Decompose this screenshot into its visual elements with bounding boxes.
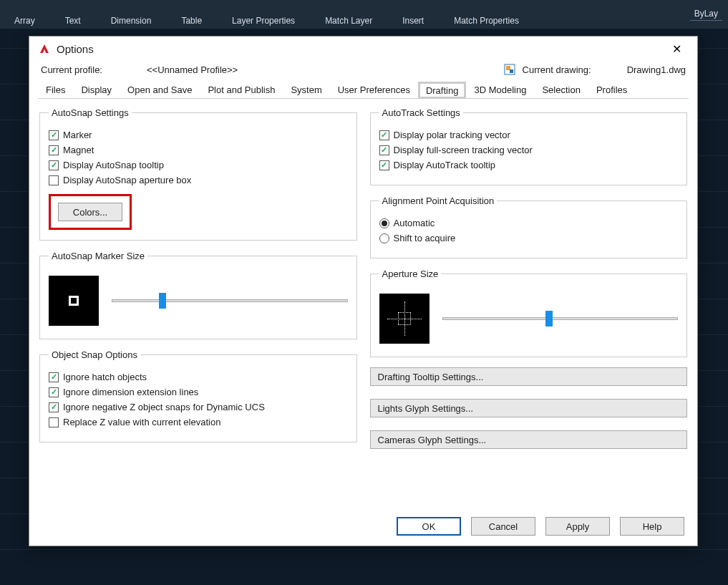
legend-autotrack: AutoTrack Settings xyxy=(379,107,463,118)
checkbox-fullscreen-vector[interactable] xyxy=(379,145,389,155)
ribbon-table: Table xyxy=(181,16,202,26)
checkbox-ignore-neg-z[interactable] xyxy=(49,402,59,412)
marker-size-slider[interactable] xyxy=(112,294,348,308)
current-profile-value: <<Unnamed Profile>> xyxy=(147,64,238,75)
label-polar-vector: Display polar tracking vector xyxy=(394,130,510,140)
label-autosnap-tooltip: Display AutoSnap tooltip xyxy=(63,160,164,170)
group-object-snap-options: Object Snap Options Ignore hatch objects… xyxy=(39,349,357,443)
ribbon-layer-properties: Layer Properties xyxy=(232,16,295,26)
label-shift-to-acquire: Shift to acquire xyxy=(394,233,456,243)
current-drawing-label: Current drawing: xyxy=(523,64,591,75)
tab-content: AutoSnap Settings Marker Magnet Display … xyxy=(29,99,697,462)
marker-square-icon xyxy=(69,296,79,306)
tab-plot-and-publish[interactable]: Plot and Publish xyxy=(200,81,283,98)
group-autosnap-settings: AutoSnap Settings Marker Magnet Display … xyxy=(39,107,357,241)
aperture-preview xyxy=(379,294,429,344)
cancel-button[interactable]: Cancel xyxy=(471,517,535,536)
checkbox-replace-z[interactable] xyxy=(49,417,59,427)
aperture-size-slider[interactable] xyxy=(442,311,679,326)
tab-open-and-save[interactable]: Open and Save xyxy=(120,81,200,98)
checkbox-autotrack-tooltip[interactable] xyxy=(379,160,389,170)
group-autotrack-settings: AutoTrack Settings Display polar trackin… xyxy=(370,107,688,185)
ribbon-insert: Insert xyxy=(402,16,424,26)
legend-osnap: Object Snap Options xyxy=(49,349,140,360)
svg-rect-3 xyxy=(510,69,513,73)
cameras-glyph-settings-button[interactable]: Cameras Glyph Settings... xyxy=(370,430,688,449)
current-profile-label: Current profile: xyxy=(41,64,102,75)
label-magnet: Magnet xyxy=(63,145,94,155)
titlebar: Options ✕ xyxy=(29,37,697,61)
aperture-crosshair-icon xyxy=(387,301,422,336)
label-autotrack-tooltip: Display AutoTrack tooltip xyxy=(394,160,496,170)
marker-preview xyxy=(49,276,99,326)
group-aperture-size: Aperture Size xyxy=(370,269,688,357)
label-fullscreen-vector: Display full-screen tracking vector xyxy=(394,145,533,155)
checkbox-ignore-hatch[interactable] xyxy=(49,372,59,382)
close-button[interactable]: ✕ xyxy=(664,38,689,59)
label-automatic: Automatic xyxy=(394,218,435,228)
tabs: Files Display Open and Save Plot and Pub… xyxy=(38,81,689,99)
ribbon-dimension: Dimension xyxy=(111,16,152,26)
ribbon-text: Text xyxy=(65,16,81,26)
checkbox-polar-vector[interactable] xyxy=(379,130,389,140)
tab-system[interactable]: System xyxy=(283,81,329,98)
tab-display[interactable]: Display xyxy=(73,81,120,98)
label-aperture-box: Display AutoSnap aperture box xyxy=(63,175,191,185)
legend-alignment: Alignment Point Acquisition xyxy=(379,195,498,206)
label-ignore-neg-z: Ignore negative Z object snaps for Dynam… xyxy=(63,402,265,412)
drafting-tooltip-settings-button[interactable]: Drafting Tooltip Settings... xyxy=(370,367,688,386)
group-alignment-point: Alignment Point Acquisition Automatic Sh… xyxy=(370,195,688,258)
radio-shift-to-acquire[interactable] xyxy=(379,233,389,243)
legend-aperture-size: Aperture Size xyxy=(379,269,442,279)
left-column: AutoSnap Settings Marker Magnet Display … xyxy=(39,107,357,462)
checkbox-autosnap-tooltip[interactable] xyxy=(49,160,59,170)
label-ignore-hatch: Ignore hatch objects xyxy=(63,372,147,382)
autocad-logo-icon xyxy=(38,42,51,55)
help-button[interactable]: Help xyxy=(620,517,684,536)
checkbox-marker[interactable] xyxy=(49,130,59,140)
tab-profiles[interactable]: Profiles xyxy=(588,81,635,98)
options-dialog: Options ✕ Current profile: <<Unnamed Pro… xyxy=(29,36,698,546)
checkbox-aperture-box[interactable] xyxy=(49,175,59,185)
group-autosnap-marker-size: AutoSnap Marker Size xyxy=(39,251,357,339)
svg-marker-0 xyxy=(40,44,49,53)
tab-user-preferences[interactable]: User Preferences xyxy=(330,81,418,98)
tab-selection[interactable]: Selection xyxy=(534,81,588,98)
checkbox-ignore-dim-ext[interactable] xyxy=(49,387,59,397)
legend-autosnap: AutoSnap Settings xyxy=(49,107,132,118)
ribbon-match-properties: Match Properties xyxy=(454,16,519,26)
tab-3d-modeling[interactable]: 3D Modeling xyxy=(466,81,534,98)
app-ribbon: Array Text Dimension Table Layer Propert… xyxy=(0,0,728,29)
ribbon-match-layer: Match Layer xyxy=(325,16,372,26)
colors-button[interactable]: Colors... xyxy=(58,203,122,221)
ribbon-array: Array xyxy=(14,16,35,26)
lights-glyph-settings-button[interactable]: Lights Glyph Settings... xyxy=(370,399,688,417)
tab-drafting[interactable]: Drafting xyxy=(418,82,467,99)
checkbox-magnet[interactable] xyxy=(49,145,59,155)
legend-marker-size: AutoSnap Marker Size xyxy=(49,251,147,261)
radio-automatic[interactable] xyxy=(379,218,389,228)
bylayer-dropdown[interactable]: ByLay xyxy=(690,7,722,21)
dialog-title: Options xyxy=(57,43,94,55)
current-drawing-value: Drawing1.dwg xyxy=(627,64,686,75)
dwg-file-icon xyxy=(504,64,515,75)
right-column: AutoTrack Settings Display polar trackin… xyxy=(370,107,688,462)
colors-highlight-box: Colors... xyxy=(49,194,132,230)
apply-button[interactable]: Apply xyxy=(545,517,610,536)
label-marker: Marker xyxy=(63,130,92,140)
ok-button[interactable]: OK xyxy=(397,517,461,536)
profile-row: Current profile: <<Unnamed Profile>> Cur… xyxy=(29,61,697,81)
label-ignore-dim-ext: Ignore dimension extension lines xyxy=(63,387,198,397)
label-replace-z: Replace Z value with current elevation xyxy=(63,417,220,427)
tab-files[interactable]: Files xyxy=(38,81,73,98)
dialog-footer: OK Cancel Apply Help xyxy=(397,517,684,536)
